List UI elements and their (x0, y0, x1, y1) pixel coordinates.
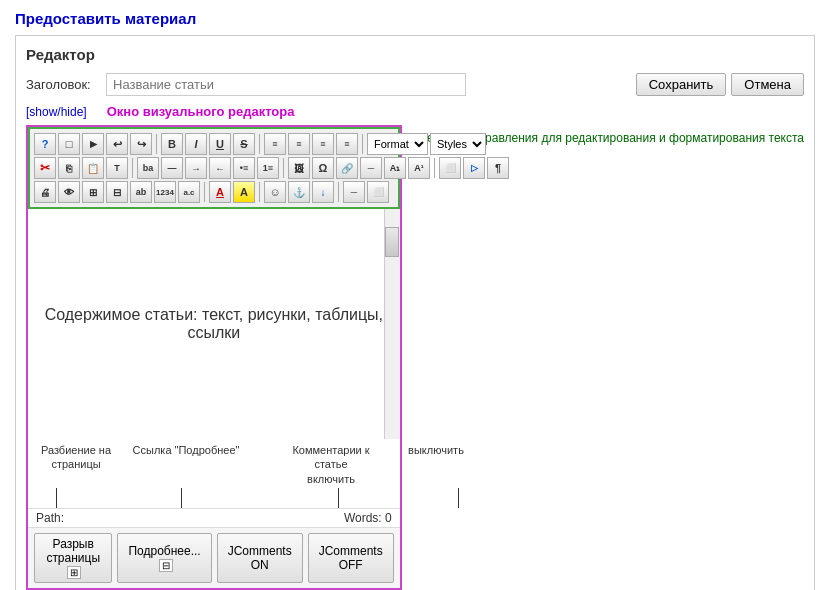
align-center-button[interactable]: ≡ (288, 133, 310, 155)
page-break-button[interactable]: Разрыв страницы ⊞ (34, 533, 112, 583)
sep-7 (204, 182, 205, 202)
editor-panel: Редактор Заголовок: Сохранить Отмена [sh… (15, 35, 815, 590)
jcomments-on-button[interactable]: JComments ON (217, 533, 303, 583)
special-char-button[interactable]: Ω (312, 157, 334, 179)
sep-5 (283, 158, 284, 178)
paste-button[interactable]: 📋 (82, 157, 104, 179)
path-row: Path: Words: 0 (28, 508, 400, 527)
format-select[interactable]: Format (367, 133, 428, 155)
table-button[interactable]: ⊞ (82, 181, 104, 203)
redo-button[interactable]: ↪ (130, 133, 152, 155)
ordered-list-button[interactable]: 1≡ (257, 157, 279, 179)
strike-button[interactable]: S (233, 133, 255, 155)
styles-select[interactable]: Styles (430, 133, 486, 155)
paragraph-button[interactable]: ¶ (487, 157, 509, 179)
font-bg-button[interactable]: A (233, 181, 255, 203)
italic-button[interactable]: I (185, 133, 207, 155)
read-more-button[interactable]: Подробнее... ⊟ (117, 533, 211, 583)
media-button[interactable]: ▷ (463, 157, 485, 179)
toolbar-row-1: ? □ ▶ ↩ ↪ B I U S ≡ ≡ ≡ ≡ (34, 133, 394, 155)
sep-6 (434, 158, 435, 178)
visual-editor-label: Окно визуального редактора (107, 104, 295, 119)
table-opt-button[interactable]: ⊟ (106, 181, 128, 203)
print-button[interactable]: 🖨 (34, 181, 56, 203)
line-read-more (181, 488, 182, 508)
page-wrapper: Предоставить материал Редактор Заголовок… (0, 0, 830, 590)
link-button[interactable]: 🔗 (336, 157, 358, 179)
undo-button[interactable]: ↩ (106, 133, 128, 155)
scrollbar-thumb[interactable] (385, 227, 399, 257)
sep-8 (259, 182, 260, 202)
subscript-button[interactable]: A₁ (384, 157, 406, 179)
bullet-list-button[interactable]: •≡ (233, 157, 255, 179)
preview-button[interactable]: 👁 (58, 181, 80, 203)
jcomments-off-button[interactable]: JComments OFF (308, 533, 394, 583)
align-left-button[interactable]: ≡ (264, 133, 286, 155)
page-title: Предоставить материал (15, 10, 815, 27)
custom1-button[interactable]: ab (130, 181, 152, 203)
font-color-button[interactable]: A (209, 181, 231, 203)
sep-4 (132, 158, 133, 178)
show-hide-link[interactable]: [show/hide] (26, 105, 87, 119)
custom4-button[interactable]: ─ (343, 181, 365, 203)
line-page-break (56, 488, 57, 508)
custom3-button[interactable]: a.c (178, 181, 200, 203)
indent-button[interactable]: → (185, 157, 207, 179)
title-input[interactable] (106, 73, 466, 96)
emoticon-button[interactable]: ☺ (264, 181, 286, 203)
custom5-button[interactable]: ⬜ (367, 181, 389, 203)
annotation-read-more: Ссылка "Подробнее" (126, 443, 246, 457)
bold-button[interactable]: B (161, 133, 183, 155)
toolbar-row-2: ✂ ⎘ 📋 T ba — → ← •≡ 1≡ 🖼 Ω � (34, 157, 394, 179)
image-button[interactable]: 🖼 (288, 157, 310, 179)
annotation-page-break: Разбиение настраницы (36, 443, 116, 472)
annotation-comments-on-label: Комментарии к статьевключить (276, 443, 386, 486)
title-label: Заголовок: (26, 77, 96, 92)
bottom-buttons-row: Разрыв страницы ⊞ Подробнее... ⊟ JCommen… (28, 527, 400, 588)
sep-9 (338, 182, 339, 202)
editor-content-wrapper[interactable]: Содержимое статьи: текст, рисунки, табли… (28, 209, 400, 439)
custom2-button[interactable]: 1234 (154, 181, 176, 203)
sep-1 (156, 134, 157, 154)
annotation-comments-on: Комментарии к статьевключить (276, 443, 386, 486)
help-button[interactable]: ? (34, 133, 56, 155)
hr2-button[interactable]: ─ (360, 157, 382, 179)
annotation-read-more-label: Ссылка "Подробнее" (133, 443, 240, 457)
words-label: Words: 0 (344, 511, 392, 525)
underline-button[interactable]: U (209, 133, 231, 155)
hr-button[interactable]: — (161, 157, 183, 179)
toolbar-row-3: 🖨 👁 ⊞ ⊟ ab 1234 a.c A A ☺ ⚓ ↓ (34, 181, 394, 203)
new-doc-button[interactable]: □ (58, 133, 80, 155)
sep-2 (259, 134, 260, 154)
anchor-button[interactable]: ⚓ (288, 181, 310, 203)
editor-area: ? □ ▶ ↩ ↪ B I U S ≡ ≡ ≡ ≡ (26, 125, 402, 590)
annotation-comments-off-label: выключить (408, 443, 464, 457)
align-right-button[interactable]: ≡ (312, 133, 334, 155)
save-button[interactable]: Сохранить (636, 73, 727, 96)
paste-text-button[interactable]: T (106, 157, 128, 179)
open-button[interactable]: ▶ (82, 133, 104, 155)
show-hide-row: [show/hide] Окно визуального редактора (26, 104, 804, 119)
action-buttons: Сохранить Отмена (636, 73, 804, 96)
align-justify-button[interactable]: ≡ (336, 133, 358, 155)
find-button[interactable]: ba (137, 157, 159, 179)
sep-3 (362, 134, 363, 154)
path-label: Path: (36, 511, 64, 525)
scrollbar[interactable] (384, 209, 400, 439)
outdent-button[interactable]: ← (209, 157, 231, 179)
editor-content-text: Содержимое статьи: текст, рисунки, табли… (28, 306, 400, 342)
editor-heading: Редактор (26, 46, 804, 63)
line-comments-on (338, 488, 339, 508)
line-comments-off (458, 488, 459, 508)
annotation-page-break-label: Разбиение настраницы (41, 443, 111, 472)
img2-button[interactable]: ⬜ (439, 157, 461, 179)
superscript-button[interactable]: A¹ (408, 157, 430, 179)
cut-button[interactable]: ✂ (34, 157, 56, 179)
toolbar-area: ? □ ▶ ↩ ↪ B I U S ≡ ≡ ≡ ≡ (28, 127, 400, 209)
cancel-button[interactable]: Отмена (731, 73, 804, 96)
header-row: Заголовок: Сохранить Отмена (26, 73, 804, 96)
annotation-lines (28, 488, 400, 508)
copy-button[interactable]: ⎘ (58, 157, 80, 179)
annotation-comments-off: выключить (396, 443, 476, 457)
arrow-dn-button[interactable]: ↓ (312, 181, 334, 203)
